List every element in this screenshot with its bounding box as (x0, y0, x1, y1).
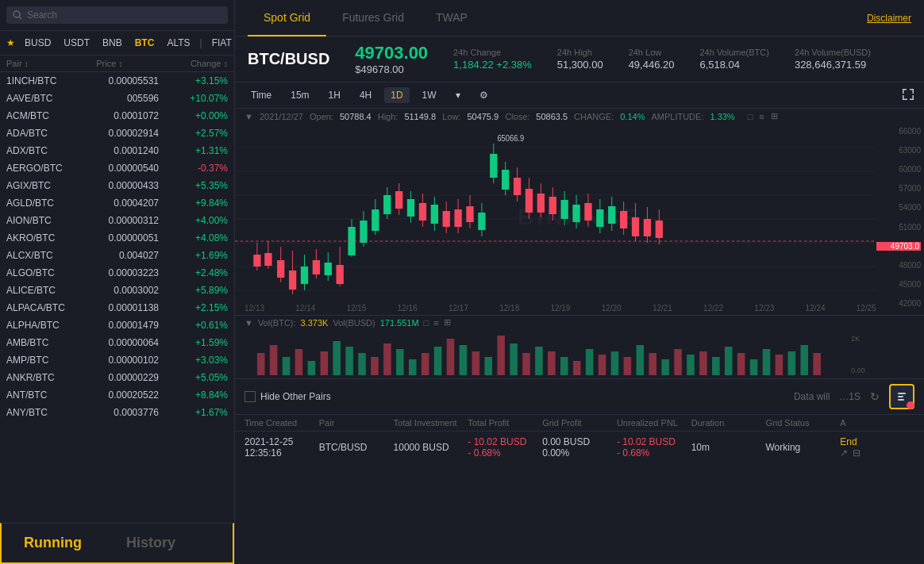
filter-fiat[interactable]: FIAT (209, 36, 235, 50)
pair-list-item[interactable]: AGLD/BTC 0.0004207 +9.84% (0, 194, 234, 212)
end-button[interactable]: End (840, 436, 857, 447)
pair-price: 0.0001072 (103, 110, 159, 121)
svg-rect-98 (484, 357, 492, 375)
pair-list-item[interactable]: AAVE/BTC 005596 +10.07% (0, 90, 234, 107)
pair-price: 0.00000229 (103, 372, 159, 383)
pair-list-item[interactable]: ADX/BTC 0.0001240 +1.31% (0, 142, 234, 159)
disclaimer-link[interactable]: Disclaimer (867, 13, 911, 24)
log-button[interactable] (889, 384, 914, 409)
th-time: Time Created (244, 418, 319, 428)
pair-list-item[interactable]: ALPHA/BTC 0.00001479 +0.61% (0, 317, 234, 334)
svg-rect-90 (383, 343, 391, 375)
pair-name: AMB/BTC (6, 337, 78, 348)
search-wrapper[interactable] (6, 6, 228, 24)
star-icon[interactable]: ★ (6, 37, 15, 48)
history-tab[interactable]: History (104, 524, 198, 562)
pair-name: ANT/BTC (6, 389, 78, 401)
pair-list-item[interactable]: ALPACA/BTC 0.00001138 +2.15% (0, 299, 234, 317)
pair-list-item[interactable]: ALGO/BTC 0.00003223 +2.48% (0, 264, 234, 282)
pair-list-item[interactable]: 1INCH/BTC 0.00005531 +3.15% (0, 72, 234, 90)
pair-list-item[interactable]: ALCX/BTC 0.004027 +1.69% (0, 247, 234, 264)
tab-twap[interactable]: TWAP (420, 0, 483, 36)
pair-name: ADA/BTC (6, 128, 78, 139)
svg-rect-83 (295, 349, 303, 375)
main-content: Spot Grid Futures Grid TWAP Disclaimer B… (235, 0, 924, 564)
filter-usdt[interactable]: USDT (60, 36, 93, 50)
pair-list-item[interactable]: AGIX/BTC 0.00000433 +5.35% (0, 177, 234, 194)
pair-price: 0.004027 (103, 250, 159, 261)
svg-rect-104 (560, 357, 568, 375)
ohlc-low-label: Low: (442, 112, 460, 121)
svg-rect-86 (333, 341, 341, 375)
pair-list-item[interactable]: ANY/BTC 0.0003776 +1.67% (0, 404, 234, 421)
ohlc-collapse[interactable]: ▼ (244, 112, 253, 121)
pair-list-item[interactable]: ALICE/BTC 0.0003002 +5.89% (0, 282, 234, 299)
pair-price: 0.00003223 (103, 267, 159, 278)
ctrl-1w[interactable]: 1W (416, 87, 443, 103)
pair-list-item[interactable]: AKRO/BTC 0.00000051 +4.08% (0, 229, 234, 247)
pair-change: +1.59% (184, 337, 228, 348)
ctrl-1d[interactable]: 1D (384, 87, 409, 103)
filter-alts[interactable]: ALTS (164, 36, 193, 50)
vol-icon-1[interactable]: □ (424, 318, 429, 328)
filter-busd[interactable]: BUSD (21, 36, 54, 50)
refresh-icon[interactable]: ↻ (870, 390, 880, 403)
svg-rect-24 (337, 265, 344, 284)
pair-list-item[interactable]: AMB/BTC 0.00000064 +1.59% (0, 334, 234, 351)
svg-rect-118 (737, 353, 745, 375)
svg-rect-89 (371, 357, 379, 375)
y-54000: 54000 (876, 203, 921, 212)
pair-list-item[interactable]: ACM/BTC 0.0001072 +0.00% (0, 107, 234, 125)
tab-spot-grid[interactable]: Spot Grid (248, 0, 326, 36)
pair-list-item[interactable]: AERGO/BTC 0.00000540 -0.37% (0, 159, 234, 177)
svg-rect-107 (599, 355, 606, 375)
pair-change: +4.00% (184, 215, 228, 226)
pair-list-item[interactable]: ANT/BTC 0.00020522 +8.84% (0, 386, 234, 404)
svg-rect-99 (497, 336, 505, 375)
pair-name: ADX/BTC (6, 145, 78, 156)
ticker-usd-price: $49678.00 (355, 63, 428, 75)
share-icon[interactable]: ↗ (840, 447, 848, 458)
hide-pairs-checkbox[interactable] (244, 391, 256, 402)
icon-btn-1[interactable]: □ (748, 112, 753, 121)
vol-icon-3[interactable]: ⊞ (444, 317, 451, 328)
pair-price: 0.00000540 (103, 163, 159, 174)
icon-btn-3[interactable]: ⊞ (771, 111, 778, 121)
svg-rect-50 (490, 154, 497, 178)
ctrl-time[interactable]: Time (244, 87, 278, 103)
search-input[interactable] (27, 10, 221, 21)
svg-rect-40 (431, 205, 438, 224)
filter-btc[interactable]: BTC (132, 36, 158, 50)
pair-list-item[interactable]: ADA/BTC 0.00002914 +2.57% (0, 125, 234, 142)
svg-rect-114 (687, 355, 695, 375)
running-tab[interactable]: Running (2, 524, 104, 562)
ohlc-close: 50863.5 (536, 112, 568, 121)
ctrl-1h[interactable]: 1H (322, 87, 347, 103)
svg-rect-128 (898, 396, 903, 397)
ctrl-4h[interactable]: 4H (353, 87, 378, 103)
pair-change: +2.48% (184, 267, 228, 278)
filter-bnb[interactable]: BNB (99, 36, 125, 50)
expand-icon[interactable] (902, 88, 914, 103)
pair-list-item[interactable]: AMP/BTC 0.00000102 +3.03% (0, 351, 234, 369)
ctrl-settings[interactable]: ⚙ (473, 87, 495, 103)
detail-icon[interactable]: ⊟ (853, 447, 860, 458)
th-total-profit: Total Profit (468, 418, 542, 428)
svg-rect-112 (661, 359, 669, 375)
pair-price: 005596 (103, 93, 159, 104)
pair-change: +1.31% (184, 145, 228, 156)
pair-list-item[interactable]: ANKR/BTC 0.00000229 +5.05% (0, 369, 234, 386)
filter-sep: | (200, 37, 202, 48)
ctrl-15m[interactable]: 15m (284, 87, 315, 103)
ticker-low: 24h Low 49,446.20 (629, 48, 675, 71)
icon-btn-2[interactable]: ≡ (759, 112, 764, 121)
vol-icon-2[interactable]: ≡ (433, 318, 438, 328)
td-investment: 10000 BUSD (394, 442, 468, 453)
vol-collapse[interactable]: ▼ (244, 318, 253, 328)
svg-rect-88 (358, 353, 366, 375)
pair-name: AKRO/BTC (6, 232, 78, 244)
ctrl-dropdown[interactable]: ▾ (449, 87, 467, 103)
tab-futures-grid[interactable]: Futures Grid (326, 0, 420, 36)
pair-list-item[interactable]: AION/BTC 0.00000312 +4.00% (0, 212, 234, 229)
svg-text:2K: 2K (851, 335, 860, 343)
